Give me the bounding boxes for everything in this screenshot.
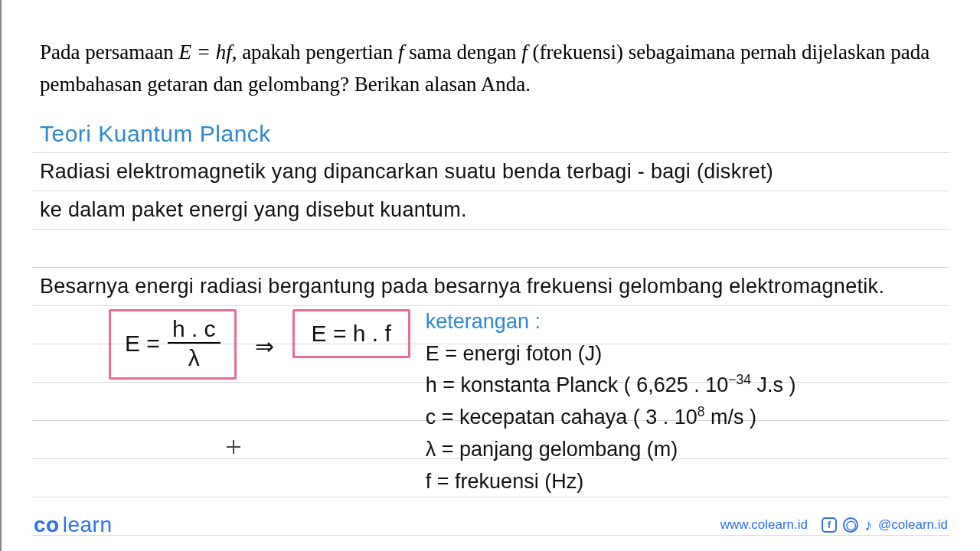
legend-c: c = kecepatan cahaya ( 3 . 108 m/s ) (426, 402, 796, 434)
blank-line (40, 230, 942, 268)
legend-c-exp: 8 (697, 404, 705, 419)
formula-box-1: E = h . c λ (109, 309, 237, 380)
footer-url: www.colearn.id (720, 517, 808, 533)
notes-line-2: ke dalam paket energi yang disebut kuant… (40, 191, 942, 230)
logo-part-2: learn (63, 513, 113, 536)
social-handle: @colearn.id (878, 517, 948, 533)
legend-h-pre: h = konstanta Planck ( 6,625 . 10 (426, 373, 729, 396)
cursor-crosshair-icon (227, 440, 242, 455)
q-f1: f (398, 41, 404, 64)
formula-box-2: E = h . f (292, 309, 410, 358)
q-mid1: , apakah pengertian (232, 41, 398, 64)
notes-title: Teori Kuantum Planck (40, 115, 942, 153)
notes-line-1: Radiasi elektromagnetik yang dipancarkan… (40, 153, 942, 191)
facebook-icon[interactable]: f (822, 517, 837, 533)
instagram-icon[interactable]: ◯ (843, 517, 858, 533)
brand-logo: colearn (34, 513, 112, 537)
footer: colearn www.colearn.id f ◯ ♪ @colearn.id (2, 513, 980, 537)
formula-row: E = h . c λ ⇒ E = h . f (40, 309, 410, 380)
social-links: f ◯ ♪ @colearn.id (822, 517, 948, 534)
q-prefix: Pada persamaan (40, 41, 178, 64)
legend-c-pre: c = kecepatan cahaya ( 3 . 10 (426, 406, 697, 429)
legend-f: f = frekuensi (Hz) (426, 466, 796, 498)
logo-part-1: co (34, 513, 60, 536)
legend-h: h = konstanta Planck ( 6,625 . 10−34 J.s… (426, 370, 796, 402)
tiktok-icon[interactable]: ♪ (864, 517, 872, 534)
formula1-denominator: λ (188, 344, 200, 370)
implies-arrow: ⇒ (255, 328, 274, 360)
q-f2: f (521, 41, 528, 64)
q-eq: E = hf (178, 41, 231, 64)
legend-lambda: λ = panjang gelombang (m) (426, 434, 796, 466)
formula1-lhs: E = (125, 332, 160, 355)
legend-heading: keterangan : (426, 306, 796, 338)
formula1-fraction: h . c λ (168, 318, 220, 370)
legend-c-post: m/s ) (705, 406, 757, 429)
q-mid2: sama dengan (404, 41, 522, 64)
legend-E: E = energi foton (J) (426, 338, 796, 370)
legend: keterangan : E = energi foton (J) h = ko… (426, 306, 796, 498)
legend-h-post: J.s ) (751, 373, 796, 396)
notes-line-3: Besarnya energi radiasi bergantung pada … (40, 268, 942, 306)
question-text: Pada persamaan E = hf, apakah pengertian… (40, 37, 942, 101)
formula1-numerator: h . c (168, 318, 220, 344)
legend-h-exp: −34 (728, 372, 751, 387)
